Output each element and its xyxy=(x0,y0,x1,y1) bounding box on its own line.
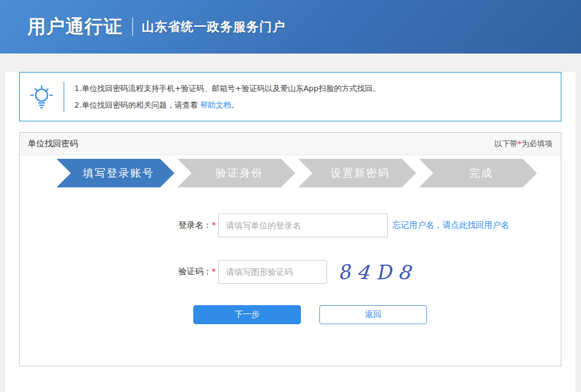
login-name-label: 登录名：* xyxy=(20,220,216,231)
captcha-required-star: * xyxy=(212,266,216,276)
site-title: 用户通行证 xyxy=(27,14,123,39)
captcha-char: 4 xyxy=(356,262,370,283)
login-name-row: 登录名：* 忘记用户名，请点此找回用户名 xyxy=(20,214,561,237)
captcha-char: 8 xyxy=(337,261,351,282)
step-progress: 填写登录账号 验证身份 设置新密码 完成 xyxy=(56,159,537,187)
captcha-char: D xyxy=(375,262,392,282)
panel-header: 单位找回密码 以下带*为必填项 xyxy=(20,133,561,155)
recover-password-panel: 单位找回密码 以下带*为必填项 填写登录账号 验证身份 设置新密码 完成 登录名… xyxy=(19,132,561,366)
button-row: 下一步 返回 xyxy=(193,305,561,324)
panel-title: 单位找回密码 xyxy=(28,139,78,149)
site-subtitle: 山东省统一政务服务门户 xyxy=(142,18,285,35)
login-required-star: * xyxy=(212,220,216,230)
captcha-label: 验证码：* xyxy=(20,266,216,277)
step-fill-account: 填写登录账号 xyxy=(56,159,174,187)
step-set-new-password: 设置新密码 xyxy=(299,159,416,187)
back-button[interactable]: 返回 xyxy=(319,305,427,324)
notice-text: 1.单位找回密码流程支持手机+验证码、邮箱号+验证码以及爱山东App扫脸的方式找… xyxy=(64,80,381,114)
login-name-input[interactable] xyxy=(218,214,388,237)
captcha-image[interactable]: 8 4 D 8 xyxy=(338,262,410,282)
captcha-char: 8 xyxy=(397,261,412,282)
content-card: 1.单位找回密码流程支持手机+验证码、邮箱号+验证码以及爱山东App扫脸的方式找… xyxy=(5,72,576,392)
notice-box: 1.单位找回密码流程支持手机+验证码、邮箱号+验证码以及爱山东App扫脸的方式找… xyxy=(19,72,561,121)
captcha-row: 验证码：* 8 4 D 8 xyxy=(20,260,561,284)
notice-line-1: 1.单位找回密码流程支持手机+验证码、邮箱号+验证码以及爱山东App扫脸的方式找… xyxy=(74,80,381,97)
notice-line-2: 2.单位找回密码的相关问题，请查看 帮助文档。 xyxy=(74,97,381,114)
next-step-button[interactable]: 下一步 xyxy=(193,305,301,324)
forgot-username-link[interactable]: 忘记用户名，请点此找回用户名 xyxy=(392,220,509,231)
title-divider xyxy=(132,18,133,36)
lightbulb-icon xyxy=(20,83,64,111)
step-verify-identity: 验证身份 xyxy=(177,159,295,187)
help-doc-link[interactable]: 帮助文档 xyxy=(200,101,231,109)
step-done: 完成 xyxy=(419,159,537,187)
required-note: 以下带*为必填项 xyxy=(495,139,553,149)
site-header: 用户通行证 山东省统一政务服务门户 xyxy=(0,0,581,54)
captcha-input[interactable] xyxy=(218,260,327,284)
